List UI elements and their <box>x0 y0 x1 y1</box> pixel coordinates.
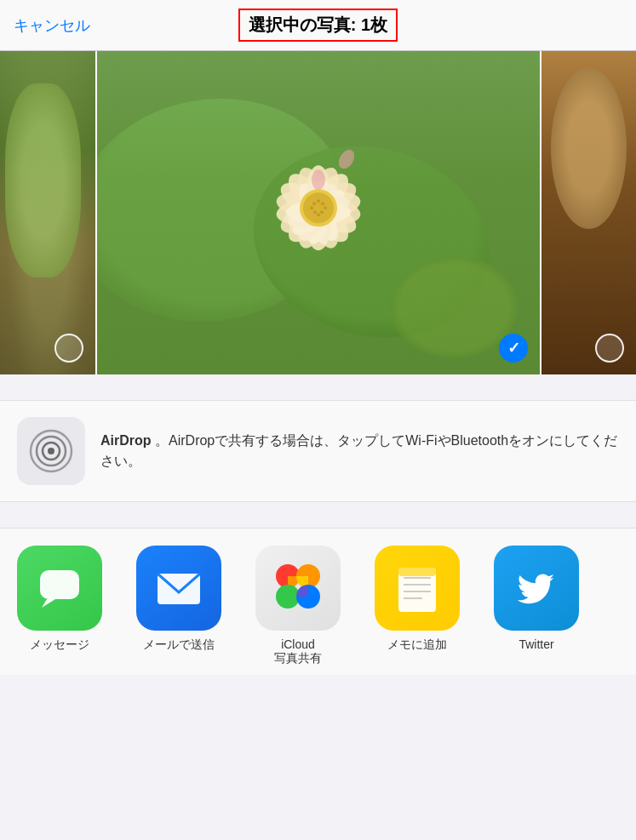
lotus-flower <box>233 131 404 288</box>
svg-point-21 <box>321 202 324 205</box>
section-gap-1 <box>0 374 636 400</box>
svg-point-26 <box>320 210 324 214</box>
svg-point-16 <box>312 169 325 190</box>
mail-icon <box>136 546 221 631</box>
mail-label: メールで送信 <box>143 637 215 653</box>
share-app-mail[interactable]: メールで送信 <box>119 546 238 666</box>
photo-left[interactable] <box>0 51 95 374</box>
share-app-messages[interactable]: メッセージ <box>0 546 119 666</box>
svg-marker-33 <box>42 599 55 608</box>
svg-point-25 <box>313 210 317 214</box>
header: キャンセル 選択中の写真: 1枚 <box>0 0 636 51</box>
photo-right[interactable] <box>541 51 636 374</box>
selection-circle-left[interactable] <box>54 334 83 363</box>
selection-circle-right[interactable] <box>595 334 624 363</box>
share-apps-section: メッセージ メールで送信 <box>0 528 636 675</box>
notes-label: メモに追加 <box>387 637 447 653</box>
twitter-label: Twitter <box>519 637 553 651</box>
page-title: 選択中の写真: 1枚 <box>238 9 398 42</box>
airdrop-icon <box>29 429 73 473</box>
airdrop-section: AirDrop 。AirDropで共有する場合は、タップしてWi-FiやBlue… <box>0 400 636 502</box>
svg-point-27 <box>317 213 320 216</box>
svg-rect-32 <box>40 570 79 599</box>
svg-point-31 <box>48 448 54 454</box>
photo-strip <box>0 51 636 374</box>
svg-point-17 <box>335 147 358 172</box>
svg-point-20 <box>312 202 316 205</box>
svg-point-23 <box>310 206 313 209</box>
messages-icon <box>17 546 102 631</box>
selection-circle-center[interactable] <box>499 334 528 363</box>
section-gap-2 <box>0 502 636 528</box>
cancel-button[interactable]: キャンセル <box>14 15 90 36</box>
svg-point-22 <box>317 199 320 203</box>
share-app-notes[interactable]: メモに追加 <box>358 546 477 666</box>
icloud-label: iCloud写真共有 <box>274 637 322 666</box>
svg-point-24 <box>324 206 327 209</box>
airdrop-title: AirDrop <box>100 433 152 448</box>
share-app-icloud[interactable]: iCloud写真共有 <box>238 546 358 666</box>
airdrop-description: AirDrop 。AirDropで共有する場合は、タップしてWi-FiやBlue… <box>100 431 619 471</box>
airdrop-icon-container[interactable] <box>17 417 85 485</box>
twitter-icon <box>494 546 579 631</box>
share-app-twitter[interactable]: Twitter <box>477 546 596 666</box>
messages-label: メッセージ <box>30 637 89 653</box>
notes-icon <box>375 546 460 631</box>
svg-point-19 <box>303 192 334 223</box>
photo-center[interactable] <box>95 51 541 374</box>
svg-rect-52 <box>398 568 436 576</box>
icloud-icon <box>255 546 341 631</box>
